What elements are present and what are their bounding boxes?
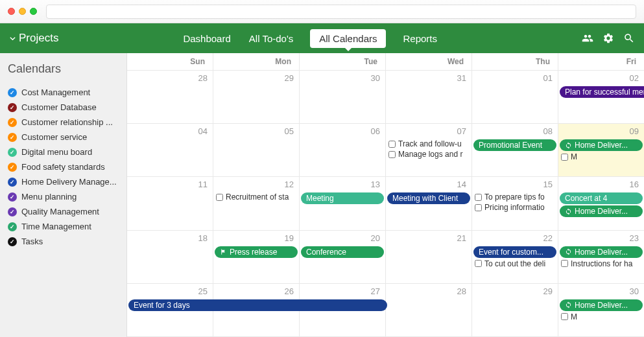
projects-dropdown[interactable]: Projects (9, 32, 58, 45)
event-pill[interactable]: Home Deliver... (560, 205, 643, 217)
sidebar-item[interactable]: Digital menu board (8, 145, 119, 159)
gear-icon[interactable] (602, 32, 614, 44)
day-events: Press release (215, 246, 298, 258)
day-cell[interactable]: 14Meeting with Client (386, 177, 472, 229)
day-cell[interactable]: 15To prepare tips foPricing informatio (472, 177, 558, 229)
day-events: To prepare tips foPricing informatio (473, 192, 556, 212)
day-cell[interactable]: 13Meeting (300, 177, 386, 229)
sidebar-item[interactable]: Customer relationship ... (8, 115, 119, 130)
day-cell[interactable]: 19Press release (213, 231, 300, 283)
day-cell[interactable]: 16Concert at 4Home Deliver... (558, 177, 644, 229)
day-events: Meeting with Client (387, 192, 470, 204)
sidebar-item[interactable]: Tasks (8, 234, 119, 249)
task-checkbox[interactable] (388, 141, 396, 148)
day-cell[interactable]: 31 (386, 71, 472, 123)
day-cell[interactable]: 12Recruitment of sta (213, 177, 300, 229)
event-pill[interactable]: Concert at 4 (560, 192, 643, 204)
task-item[interactable]: Track and follow-u (387, 139, 470, 148)
day-number: 13 (302, 180, 383, 191)
sidebar-item-label: Cost Management (21, 87, 90, 97)
task-item[interactable]: To cut out the deli (473, 259, 556, 268)
task-checkbox[interactable] (475, 194, 482, 201)
task-item[interactable]: M (560, 312, 643, 321)
task-item[interactable]: M (560, 152, 643, 161)
day-cell[interactable]: 30 (300, 71, 386, 123)
day-cell[interactable]: 23Home Deliver...Instructions for ha (558, 231, 644, 283)
people-icon[interactable] (582, 32, 593, 44)
sidebar-item[interactable]: Cost Management (8, 85, 119, 100)
task-checkbox[interactable] (216, 194, 223, 201)
day-cell[interactable]: 21 (386, 231, 472, 283)
day-cell[interactable]: 28 (386, 284, 472, 336)
day-number: 16 (561, 180, 641, 191)
event-pill[interactable]: Meeting (301, 192, 384, 204)
day-cell[interactable]: 04 (127, 124, 213, 176)
event-pill[interactable]: Promotional Event (473, 139, 556, 151)
sidebar-item[interactable]: Customer service (8, 130, 119, 145)
weekday-label: Thu (472, 53, 558, 70)
day-cell[interactable]: 02Plan for successful menu pl (558, 71, 644, 123)
day-cell[interactable]: 11 (127, 177, 213, 229)
day-cell[interactable]: 28 (127, 71, 213, 123)
day-cell[interactable]: 29 (213, 71, 300, 123)
task-checkbox[interactable] (561, 154, 568, 161)
url-bar[interactable] (46, 5, 636, 19)
minimize-window-icon[interactable] (19, 8, 26, 15)
tab-all-todos[interactable]: All To-do's (248, 29, 294, 48)
sidebar-item[interactable]: Menu planning (8, 189, 119, 204)
sidebar-item[interactable]: Time Management (8, 219, 119, 234)
day-number: 23 (561, 233, 641, 245)
day-cell[interactable]: 30Home Deliver...M (558, 284, 644, 336)
tab-reports[interactable]: Reports (401, 29, 438, 48)
event-label: Home Deliver... (575, 207, 628, 216)
close-window-icon[interactable] (8, 8, 15, 15)
task-item[interactable]: Recruitment of sta (215, 192, 298, 202)
maximize-window-icon[interactable] (30, 8, 37, 15)
task-item[interactable]: To prepare tips fo (473, 192, 556, 202)
task-item[interactable]: Instructions for ha (560, 259, 643, 268)
day-cell[interactable]: 08Promotional Event (472, 124, 558, 176)
weekday-label: Sun (127, 53, 213, 70)
search-icon[interactable] (623, 32, 635, 44)
sidebar-item[interactable]: Home Delivery Manage... (8, 174, 119, 189)
task-checkbox[interactable] (388, 151, 396, 158)
sidebar: Calendars Cost ManagementCustomer Databa… (0, 53, 127, 337)
task-checkbox[interactable] (475, 260, 482, 267)
day-cell[interactable]: 01 (472, 71, 558, 123)
day-cell[interactable]: 20Conference (300, 231, 386, 283)
task-checkbox[interactable] (561, 313, 568, 320)
day-cell[interactable]: 05 (213, 124, 300, 176)
day-cell[interactable]: 29 (472, 284, 558, 336)
event-label: Promotional Event (479, 141, 542, 150)
sidebar-item[interactable]: Quality Management (8, 204, 119, 219)
event-pill[interactable]: Conference (301, 246, 384, 258)
task-item[interactable]: Pricing informatio (473, 203, 556, 212)
weeks-container: 282930310102Plan for successful menu pl0… (127, 71, 644, 337)
task-item[interactable]: Manage logs and r (387, 150, 470, 159)
event-pill[interactable]: Plan for successful menu pl (560, 86, 644, 98)
day-cell[interactable]: 06 (300, 124, 386, 176)
event-pill-span[interactable]: Event for 3 days (128, 299, 387, 311)
day-events: Recruitment of sta (215, 192, 298, 202)
tab-dashboard[interactable]: Dashboard (182, 29, 232, 48)
calendar-color-dot (8, 178, 17, 187)
sidebar-item[interactable]: Customer Database (8, 100, 119, 115)
event-pill[interactable]: Press release (215, 246, 298, 258)
day-events: Concert at 4Home Deliver... (560, 192, 643, 217)
day-number: 15 (475, 180, 555, 191)
event-pill[interactable]: Home Deliver... (560, 299, 643, 311)
event-pill[interactable]: Event for custom... (473, 246, 556, 258)
day-cell[interactable]: 09Home Deliver...M (558, 124, 644, 176)
day-cell[interactable]: 22Event for custom...To cut out the deli (472, 231, 558, 283)
day-cell[interactable]: 18 (127, 231, 213, 283)
sidebar-item[interactable]: Food safety standards (8, 159, 119, 174)
tab-all-calendars[interactable]: All Calendars (310, 29, 386, 48)
event-pill[interactable]: Meeting with Client (387, 192, 470, 204)
task-checkbox[interactable] (561, 260, 568, 267)
event-pill[interactable]: Home Deliver... (560, 139, 643, 151)
event-pill[interactable]: Home Deliver... (560, 246, 643, 258)
sidebar-item-label: Customer relationship ... (21, 117, 113, 127)
day-cell[interactable]: 07Track and follow-uManage logs and r (386, 124, 472, 176)
task-checkbox[interactable] (475, 204, 482, 211)
day-number: 06 (302, 126, 383, 138)
